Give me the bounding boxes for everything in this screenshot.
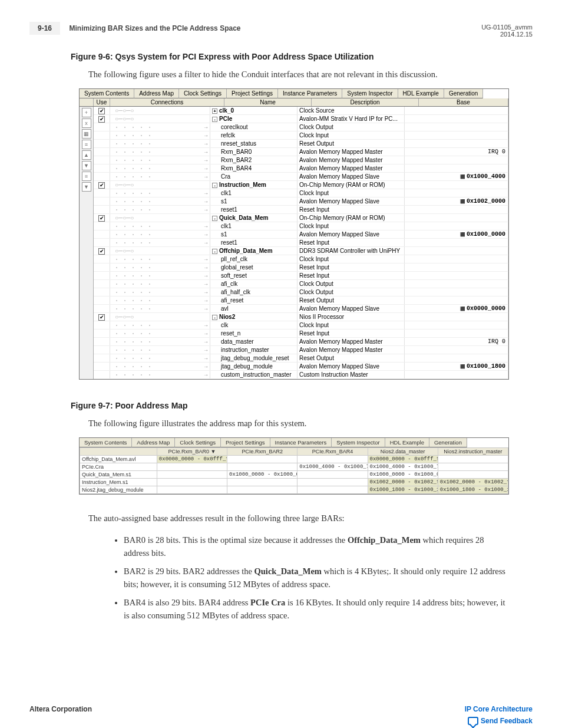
amap-tab[interactable]: Clock Settings <box>175 438 221 447</box>
connections-cell[interactable]: → <box>110 330 210 337</box>
name-cell[interactable]: Cra <box>210 173 297 180</box>
connections-cell[interactable]: → <box>110 239 210 246</box>
name-cell[interactable]: -Offchip_Data_Mem <box>210 247 297 255</box>
qsys-tab[interactable]: Clock Settings <box>179 89 227 98</box>
name-cell[interactable]: afi_reset <box>210 297 297 304</box>
qsys-side-icon[interactable]: ≡ <box>82 172 91 181</box>
name-cell[interactable]: clk <box>210 321 297 329</box>
name-cell[interactable]: avl <box>210 305 297 312</box>
qsys-side-icon[interactable]: ≡ <box>82 140 91 149</box>
connections-cell[interactable]: ○─○─○ <box>110 115 210 123</box>
qsys-side-icon[interactable]: ▲ <box>82 150 91 160</box>
name-cell[interactable]: -Nios2 <box>210 313 297 321</box>
qsys-side-icon[interactable]: ▼ <box>82 182 91 192</box>
name-cell[interactable]: s1 <box>210 230 297 238</box>
connections-cell[interactable]: → <box>110 280 210 288</box>
expand-icon[interactable]: + <box>212 108 217 114</box>
amap-tab[interactable]: HDL Example <box>385 438 429 447</box>
connections-cell[interactable]: ○─○─○ <box>110 181 210 189</box>
connections-cell[interactable]: → <box>110 363 210 370</box>
name-cell[interactable]: jtag_debug_module_reset <box>210 354 297 362</box>
expand-icon[interactable]: - <box>212 315 217 320</box>
use-cell[interactable]: ✔ <box>94 181 110 189</box>
use-cell[interactable]: ✔ <box>94 115 110 123</box>
name-cell[interactable]: refclk <box>210 131 297 139</box>
use-checkbox[interactable]: ✔ <box>98 248 105 255</box>
connections-cell[interactable]: → <box>110 206 210 213</box>
connections-cell[interactable]: → <box>110 297 210 304</box>
use-cell[interactable]: ✔ <box>94 247 110 255</box>
send-feedback-link[interactable]: Send Feedback <box>465 717 533 726</box>
amap-col-header[interactable]: Nios2.instruction_master <box>438 447 508 455</box>
name-cell[interactable]: nreset_status <box>210 140 297 147</box>
name-cell[interactable]: -PCIe <box>210 115 297 123</box>
name-cell[interactable]: reset1 <box>210 239 297 246</box>
name-cell[interactable]: clk1 <box>210 222 297 230</box>
amap-col-header[interactable]: PCIe.Rxm_BAR0 ▼ <box>157 447 227 455</box>
amap-tab[interactable]: Project Settings <box>221 438 270 447</box>
name-cell[interactable]: Rxm_BAR0 <box>210 148 297 156</box>
connections-cell[interactable]: ○─○─○ <box>110 107 210 114</box>
connections-cell[interactable]: ○─○─○ <box>110 247 210 255</box>
qsys-side-icon[interactable]: + <box>82 108 91 117</box>
amap-col-header[interactable]: Nios2.data_master <box>368 447 438 455</box>
connections-cell[interactable]: → <box>110 272 210 279</box>
use-checkbox[interactable]: ✔ <box>98 314 105 321</box>
qsys-tab[interactable]: Project Settings <box>227 89 278 98</box>
use-checkbox[interactable]: ✔ <box>98 182 105 189</box>
connections-cell[interactable]: → <box>110 140 210 147</box>
qsys-tab[interactable]: Generation <box>444 89 483 98</box>
expand-icon[interactable]: - <box>212 249 217 254</box>
name-cell[interactable]: -Quick_Data_Mem <box>210 214 297 222</box>
qsys-side-icon[interactable]: ▦ <box>82 129 91 139</box>
amap-tab[interactable]: Address Map <box>132 438 175 447</box>
amap-tab[interactable]: System Inspector <box>332 438 385 447</box>
use-cell[interactable]: ✔ <box>94 313 110 321</box>
name-cell[interactable]: Rxm_BAR2 <box>210 156 297 164</box>
name-cell[interactable]: reset1 <box>210 206 297 213</box>
connections-cell[interactable]: → <box>110 288 210 296</box>
name-cell[interactable]: coreclkout <box>210 123 297 131</box>
ip-core-architecture-link[interactable]: IP Core Architecture <box>465 705 533 713</box>
qsys-tab[interactable]: HDL Example <box>398 89 444 98</box>
connections-cell[interactable]: → <box>110 338 210 345</box>
name-cell[interactable]: data_master <box>210 338 297 345</box>
qsys-tab[interactable]: Address Map <box>134 89 179 98</box>
connections-cell[interactable]: → <box>110 354 210 362</box>
amap-tab[interactable]: Generation <box>429 438 467 447</box>
connections-cell[interactable]: → <box>110 156 210 164</box>
use-cell[interactable]: ✔ <box>94 214 110 222</box>
use-checkbox[interactable]: ✔ <box>98 215 105 222</box>
use-checkbox[interactable]: ✔ <box>98 108 105 114</box>
name-cell[interactable]: soft_reset <box>210 272 297 279</box>
amap-col-header[interactable]: PCIe.Rxm_BAR4 <box>297 447 368 455</box>
name-cell[interactable]: afi_clk <box>210 280 297 288</box>
qsys-side-icon[interactable]: x <box>82 118 91 128</box>
qsys-tab[interactable]: System Inspector <box>342 89 398 98</box>
connections-cell[interactable]: → <box>110 263 210 271</box>
connections-cell[interactable]: ○─○─○ <box>110 313 210 321</box>
amap-tab[interactable]: System Contents <box>80 438 132 447</box>
name-cell[interactable]: instruction_master <box>210 346 297 354</box>
connections-cell[interactable]: → <box>110 230 210 238</box>
name-cell[interactable]: jtag_debug_module <box>210 363 297 370</box>
connections-cell[interactable]: → <box>110 164 210 172</box>
connections-cell[interactable]: → <box>110 321 210 329</box>
name-cell[interactable]: -Instruction_Mem <box>210 181 297 189</box>
expand-icon[interactable]: - <box>212 183 217 188</box>
connections-cell[interactable]: → <box>110 305 210 312</box>
connections-cell[interactable]: → <box>110 131 210 139</box>
expand-icon[interactable]: - <box>212 216 217 221</box>
name-cell[interactable]: s1 <box>210 197 297 205</box>
expand-icon[interactable]: - <box>212 117 217 122</box>
name-cell[interactable]: afi_half_clk <box>210 288 297 296</box>
connections-cell[interactable]: → <box>110 148 210 156</box>
connections-cell[interactable]: → <box>110 222 210 230</box>
use-checkbox[interactable]: ✔ <box>98 116 105 123</box>
qsys-side-icon[interactable]: ▼ <box>82 161 91 170</box>
name-cell[interactable]: reset_n <box>210 330 297 337</box>
qsys-tab[interactable]: Instance Parameters <box>278 89 342 98</box>
name-cell[interactable]: +clk_0 <box>210 107 297 114</box>
connections-cell[interactable]: → <box>110 346 210 354</box>
connections-cell[interactable]: → <box>110 123 210 131</box>
